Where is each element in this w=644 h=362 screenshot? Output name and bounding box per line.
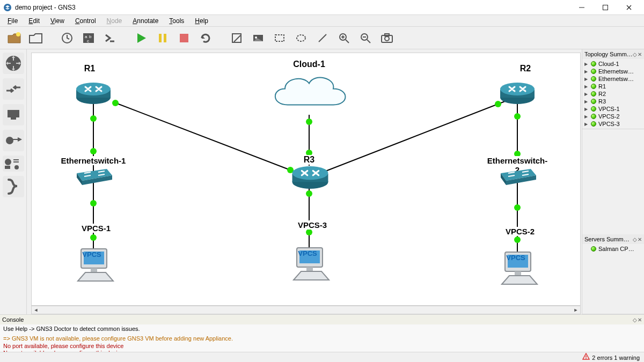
menu-view[interactable]: View <box>45 16 70 26</box>
svg-rect-18 <box>275 35 284 41</box>
annotate-ellipse-button[interactable] <box>292 29 310 47</box>
svg-point-34 <box>6 137 13 144</box>
annotate-image-button[interactable] <box>249 29 267 47</box>
esw2-node[interactable] <box>499 168 536 183</box>
topology-panel-undock-icon[interactable]: ◇ <box>633 51 637 57</box>
warning-icon[interactable] <box>582 353 590 362</box>
all-devices-category-button[interactable] <box>3 156 24 172</box>
annotate-line-button[interactable] <box>313 29 332 47</box>
window-title: demo project - GNS3 <box>15 4 76 11</box>
console-output[interactable]: Use Help -> GNS3 Doctor to detect common… <box>0 324 644 352</box>
servers-panel-close-icon[interactable]: ✕ <box>638 237 642 242</box>
svg-point-5 <box>16 32 20 36</box>
r2-label: R2 <box>520 64 531 73</box>
menu-help[interactable]: Help <box>189 16 214 26</box>
vpcs2-tag: VPCS <box>506 254 525 262</box>
console-panel-close-icon[interactable]: ✕ <box>638 317 642 323</box>
tree-item-vpcs1: ▶VPCS-1 <box>582 105 644 113</box>
servers-panel-undock-icon[interactable]: ◇ <box>633 237 637 242</box>
svg-rect-36 <box>5 166 10 169</box>
servers-panel-title: Servers Summ… <box>584 236 630 242</box>
security-category-button[interactable] <box>3 130 24 151</box>
recent-button[interactable] <box>58 29 76 47</box>
tree-item-esw1: ▶Ethernetsw… <box>582 68 644 75</box>
svg-rect-79 <box>306 267 313 271</box>
svg-rect-32 <box>8 110 19 117</box>
menu-annotate[interactable]: Annotate <box>127 16 164 26</box>
svg-point-69 <box>500 83 535 95</box>
tree-item-cloud1: ▶Cloud-1 <box>582 60 644 68</box>
annotate-rect-button[interactable] <box>270 29 289 47</box>
canvas-hscrollbar[interactable]: ◄► <box>31 306 581 314</box>
menu-tools[interactable]: Tools <box>164 16 189 26</box>
device-sidebar <box>0 49 27 314</box>
routers-category-button[interactable] <box>3 53 24 74</box>
svg-point-84 <box>586 358 587 359</box>
svg-point-56 <box>306 190 312 197</box>
svg-point-46 <box>90 115 97 122</box>
svg-rect-82 <box>515 271 521 276</box>
add-link-button[interactable] <box>3 176 24 197</box>
close-button[interactable] <box>617 1 641 14</box>
start-button[interactable] <box>132 29 150 47</box>
vpcs3-node[interactable] <box>290 242 328 280</box>
topology-canvas[interactable]: Cloud-1 R1 R2 <box>31 53 581 306</box>
pause-button[interactable] <box>153 29 172 47</box>
screenshot-button[interactable] <box>378 29 396 47</box>
svg-rect-15 <box>232 34 241 42</box>
new-project-button[interactable] <box>5 29 24 47</box>
console-line-warn: => GNS3 VM is not available, please conf… <box>3 335 641 343</box>
esw1-node[interactable] <box>75 168 112 183</box>
svg-point-73 <box>292 166 328 180</box>
svg-point-50 <box>90 200 97 206</box>
status-text: 2 errors 1 warning <box>592 354 640 361</box>
title-bar: demo project - GNS3 <box>0 0 644 15</box>
svg-line-20 <box>319 34 326 42</box>
switches-category-button[interactable] <box>3 78 24 100</box>
svg-point-65 <box>76 83 111 95</box>
svg-rect-14 <box>180 34 188 42</box>
r2-node[interactable] <box>499 82 536 102</box>
r3-label: R3 <box>304 155 314 165</box>
topology-tree[interactable]: ▶Cloud-1 ▶Ethernetsw… ▶Ethernetsw… ▶R1 ▶… <box>582 59 644 129</box>
menu-control[interactable]: Control <box>70 16 101 26</box>
zoom-in-button[interactable] <box>335 29 353 47</box>
svg-point-30 <box>385 36 389 41</box>
topology-panel-close-icon[interactable]: ✕ <box>638 51 642 57</box>
svg-rect-13 <box>164 34 166 42</box>
svg-point-61 <box>514 237 521 243</box>
minimize-button[interactable] <box>570 1 594 14</box>
tree-item-esw2: ▶Ethernetsw… <box>582 75 644 83</box>
annotate-note-button[interactable] <box>228 29 246 47</box>
r1-node[interactable] <box>75 82 112 102</box>
vpcs1-node[interactable] <box>75 243 112 281</box>
svg-point-37 <box>14 165 19 169</box>
zoom-out-button[interactable] <box>356 29 375 47</box>
svg-text:b: b <box>89 34 92 39</box>
vpcs3-label: VPCS-3 <box>298 220 327 230</box>
maximize-button[interactable] <box>594 1 617 14</box>
menu-file[interactable]: File <box>2 16 23 26</box>
console-all-button[interactable]: abc <box>79 29 98 47</box>
tree-item-server: Salman CP… <box>582 245 644 253</box>
svg-line-22 <box>346 40 349 43</box>
svg-point-35 <box>5 159 11 165</box>
r3-node[interactable] <box>290 165 328 186</box>
vpcs2-node[interactable] <box>499 247 536 284</box>
console-button[interactable] <box>101 29 119 47</box>
svg-point-19 <box>297 35 305 41</box>
tree-item-vpcs3: ▶VPCS-3 <box>582 120 644 128</box>
svg-line-26 <box>367 40 370 43</box>
app-icon <box>3 3 12 12</box>
console-panel-undock-icon[interactable]: ◇ <box>633 317 637 323</box>
reload-button[interactable] <box>196 29 215 47</box>
end-devices-category-button[interactable] <box>3 104 24 125</box>
topology-panel-title: Topology Summ… <box>584 51 633 57</box>
servers-tree[interactable]: Salman CP… <box>582 244 644 314</box>
svg-rect-33 <box>11 117 16 120</box>
menu-edit[interactable]: Edit <box>23 16 45 26</box>
tree-item-vpcs2: ▶VPCS-2 <box>582 113 644 120</box>
cloud-node[interactable] <box>266 73 352 117</box>
open-project-button[interactable] <box>27 29 45 47</box>
stop-button[interactable] <box>175 29 193 47</box>
